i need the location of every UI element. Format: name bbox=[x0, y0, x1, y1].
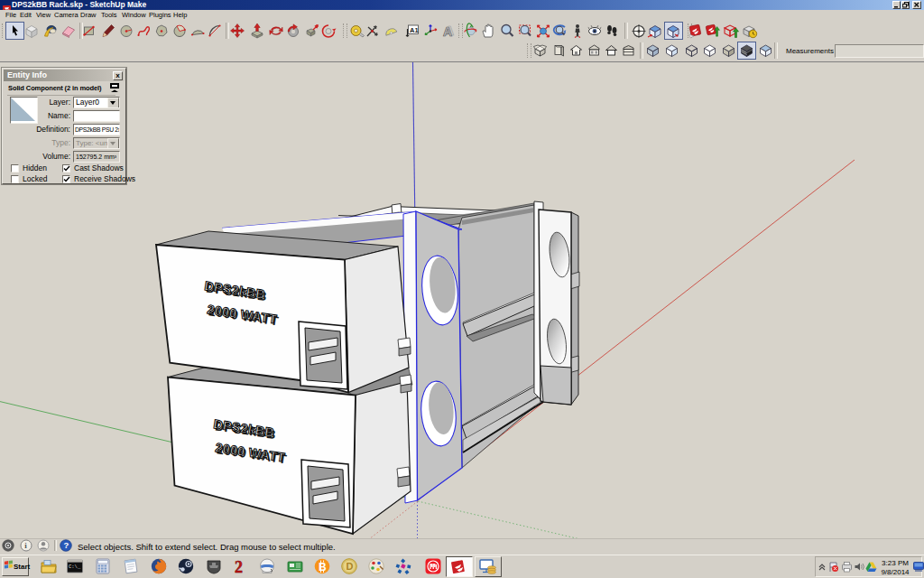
svg-text:2: 2 bbox=[235, 558, 243, 575]
svg-text:?: ? bbox=[64, 540, 69, 550]
svg-text:C:\_: C:\_ bbox=[69, 564, 81, 570]
svg-text:A: A bbox=[445, 23, 454, 38]
svg-text:B: B bbox=[319, 561, 327, 573]
svg-text:D: D bbox=[346, 561, 354, 572]
svg-text:A1: A1 bbox=[410, 26, 419, 34]
